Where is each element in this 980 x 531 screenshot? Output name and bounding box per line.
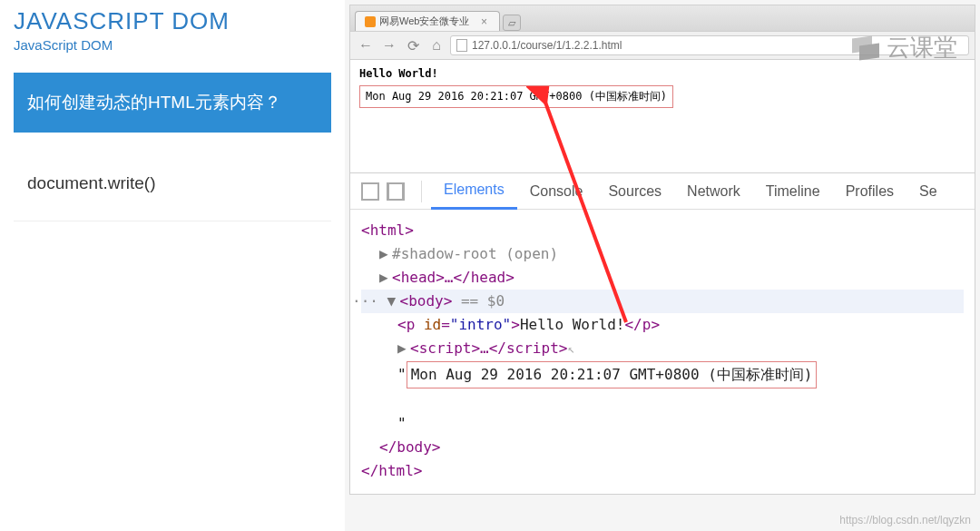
url-text: 127.0.0.1/course/1/1.2.2.1.html xyxy=(472,39,622,52)
dom-head[interactable]: ▶<head>…</head> xyxy=(361,266,964,290)
page-viewport: Hello World! Mon Aug 29 2016 20:21:07 GM… xyxy=(350,60,975,173)
watermark: 云课堂 xyxy=(852,32,957,64)
watermark-icon xyxy=(852,37,879,59)
separator xyxy=(421,181,422,202)
tab-network[interactable]: Network xyxy=(674,174,753,209)
dom-html-open[interactable]: <html> xyxy=(361,219,964,242)
dom-tree[interactable]: <html> ▶#shadow-root (open) ▶<head>…</he… xyxy=(350,210,975,492)
tab-timeline[interactable]: Timeline xyxy=(753,174,833,209)
tab-more[interactable]: Se xyxy=(906,174,950,209)
dom-body-open[interactable]: ··· ▼<body> == $0 xyxy=(361,290,964,313)
device-toggle-icon[interactable] xyxy=(387,182,405,201)
new-tab-button[interactable]: ▱ xyxy=(503,15,521,31)
page-hello-text: Hello World! xyxy=(359,67,965,80)
reload-button[interactable]: ⟳ xyxy=(403,35,423,55)
tab-close-icon[interactable]: × xyxy=(477,15,490,28)
browser-tab-strip: 网易Web安全微专业 × ▱ xyxy=(350,5,975,31)
title-main: JAVASCRIPT DOM xyxy=(14,7,331,35)
dom-body-close[interactable]: </body> xyxy=(361,436,964,459)
dom-shadow-root[interactable]: ▶#shadow-root (open) xyxy=(361,242,964,266)
tab-elements[interactable]: Elements xyxy=(431,172,517,210)
tab-profiles[interactable]: Profiles xyxy=(833,174,906,209)
tab-console[interactable]: Console xyxy=(517,174,596,209)
sidebar: JAVASCRIPT DOM JavaScript DOM 如何创建动态的HTM… xyxy=(0,0,345,531)
dom-text-close-quote: " xyxy=(361,412,964,436)
title-sub: JavaScript DOM xyxy=(14,37,331,53)
tab-title: 网易Web安全微专业 xyxy=(379,15,469,28)
tab-favicon-icon xyxy=(365,16,376,27)
forward-button[interactable]: → xyxy=(379,35,399,55)
browser-tab[interactable]: 网易Web安全微专业 × xyxy=(355,11,500,31)
page-icon xyxy=(456,39,467,52)
dom-p-node[interactable]: <p id="intro">Hello World!</p> xyxy=(361,313,964,337)
back-button[interactable]: ← xyxy=(356,35,376,55)
devtools-tabbar: Elements Console Sources Network Timelin… xyxy=(350,173,975,210)
tab-sources[interactable]: Sources xyxy=(595,174,674,209)
watermark-text: 云课堂 xyxy=(887,32,957,64)
question-box: 如何创建动态的HTML元素内容？ xyxy=(14,73,331,133)
page-date-output: Mon Aug 29 2016 20:21:07 GMT+0800 (中国标准时… xyxy=(359,85,673,108)
dom-text-node[interactable]: "Mon Aug 29 2016 20:21:07 GMT+0800 (中国标准… xyxy=(361,361,964,388)
dom-script-node[interactable]: ▶<script>…</script>↖ xyxy=(361,337,964,361)
devtools-panel: Elements Console Sources Network Timelin… xyxy=(349,172,975,495)
footer-attribution: https://blog.csdn.net/lqyzkn xyxy=(839,514,971,526)
browser-window: 网易Web安全微专业 × ▱ ← → ⟳ ⌂ 127.0.0.1/course/… xyxy=(349,5,975,174)
inspect-icon[interactable] xyxy=(361,182,379,201)
home-button[interactable]: ⌂ xyxy=(426,35,446,55)
code-sample: document.write() xyxy=(14,146,331,221)
sidebar-header: JAVASCRIPT DOM JavaScript DOM xyxy=(0,0,345,71)
dom-html-close[interactable]: </html> xyxy=(361,459,964,483)
